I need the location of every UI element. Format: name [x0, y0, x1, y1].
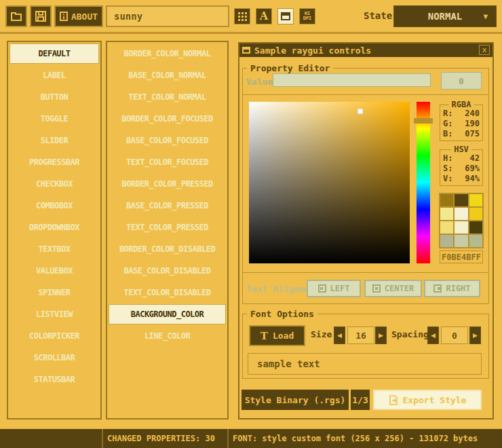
- spacing-decrease-button[interactable]: ◀: [427, 326, 439, 344]
- align-center-icon: [372, 284, 381, 293]
- style-name-input[interactable]: [106, 5, 229, 27]
- style-table-button[interactable]: [234, 8, 250, 24]
- property-item-base_color_disabled[interactable]: BASE_COLOR_DISABLED: [109, 261, 226, 281]
- control-item-combobox[interactable]: COMBOBOX: [9, 195, 99, 216]
- palette-swatch[interactable]: [469, 221, 482, 234]
- property-item-text_color_disabled[interactable]: TEXT_COLOR_DISABLED: [109, 282, 226, 303]
- property-item-base_color_pressed[interactable]: BASE_COLOR_PRESSED: [109, 195, 226, 216]
- hsv-group: HSV H:42S:69%V:94%: [440, 149, 483, 186]
- edit-window-toggle-button[interactable]: [277, 8, 294, 24]
- align-right-toggle[interactable]: RIGHT: [424, 280, 480, 297]
- close-icon[interactable]: x: [479, 45, 490, 55]
- property-item-text_color_normal[interactable]: TEXT_COLOR_NORMAL: [109, 87, 226, 107]
- palette-swatch[interactable]: [440, 194, 453, 206]
- control-item-scrollbar[interactable]: SCROLLBAR: [9, 348, 99, 368]
- hsv-group-label: HSV: [451, 145, 471, 154]
- color-picker-panel[interactable]: [249, 102, 410, 263]
- control-item-slider[interactable]: SLIDER: [9, 130, 99, 151]
- state-dropdown[interactable]: NORMAL ▼: [393, 5, 497, 27]
- control-item-colorpicker[interactable]: COLORPICKER: [9, 326, 99, 346]
- color-value-row: V:94%: [443, 174, 480, 184]
- size-value-box[interactable]: 16: [347, 326, 374, 344]
- control-item-toggle[interactable]: TOGGLE: [9, 109, 99, 129]
- state-value: NORMAL: [428, 11, 463, 22]
- control-item-progressbar[interactable]: PROGRESSBAR: [9, 152, 99, 172]
- palette-swatch[interactable]: [455, 221, 467, 234]
- sample-controls-window: Sample raygui controls x Property Editor…: [238, 42, 494, 419]
- controls-list: DEFAULTLABELBUTTONTOGGLESLIDERPROGRESSBA…: [7, 41, 102, 419]
- size-decrease-button[interactable]: ◀: [334, 326, 345, 344]
- control-item-spinner[interactable]: SPINNER: [9, 282, 99, 303]
- font-t-icon: T: [260, 330, 268, 342]
- open-style-button[interactable]: [5, 5, 27, 27]
- hex-value-box[interactable]: F0BE4BFF: [440, 250, 483, 263]
- changed-properties-status: CHANGED PROPERTIES: 30: [107, 429, 215, 448]
- palette-swatch[interactable]: [469, 194, 482, 206]
- palette-swatch[interactable]: [455, 194, 467, 206]
- control-item-statusbar[interactable]: STATUSBAR: [9, 369, 99, 390]
- save-style-button[interactable]: [30, 5, 52, 27]
- format-pager[interactable]: 1/3: [351, 390, 370, 410]
- align-right-icon: [433, 284, 442, 293]
- value-box[interactable]: 0: [441, 72, 482, 90]
- chevron-down-icon: ▼: [483, 12, 488, 21]
- property-item-border_color_pressed[interactable]: BORDER_COLOR_PRESSED: [109, 174, 226, 194]
- value-slider[interactable]: [273, 73, 431, 87]
- state-label: State:: [364, 10, 398, 21]
- palette-swatch[interactable]: [440, 221, 453, 234]
- control-item-valuebox[interactable]: VALUEBOX: [9, 261, 99, 281]
- save-icon: [35, 11, 46, 22]
- size-increase-button[interactable]: ▶: [375, 326, 387, 344]
- font-atlas-button[interactable]: A: [256, 8, 272, 24]
- color-picker-cursor[interactable]: [358, 109, 363, 114]
- palette-swatch[interactable]: [469, 208, 482, 220]
- font-options-group-label: Font Options: [247, 309, 317, 319]
- palette-swatch[interactable]: [440, 235, 453, 247]
- font-load-button[interactable]: T Load: [249, 325, 305, 346]
- statusbar-divider: [102, 429, 103, 448]
- property-item-base_color_focused[interactable]: BASE_COLOR_FOCUSED: [109, 130, 226, 151]
- control-item-dropdownbox[interactable]: DROPDOWNBOX: [9, 217, 99, 238]
- property-item-border_color_disabled[interactable]: BORDER_COLOR_DISABLED: [109, 239, 226, 259]
- property-item-line_color[interactable]: LINE_COLOR: [109, 326, 226, 346]
- control-item-default[interactable]: DEFAULT: [9, 43, 99, 64]
- window-icon-small: [242, 47, 250, 54]
- sample-text-box[interactable]: sample text: [248, 353, 482, 375]
- align-left-toggle[interactable]: LEFT: [307, 280, 361, 297]
- property-item-border_color_normal[interactable]: BORDER_COLOR_NORMAL: [109, 43, 226, 64]
- control-item-checkbox[interactable]: CHECKBOX: [9, 174, 99, 194]
- rgba-group-label: RGBA: [449, 100, 474, 109]
- property-item-base_color_normal[interactable]: BASE_COLOR_NORMAL: [109, 65, 226, 86]
- control-item-listview[interactable]: LISTVIEW: [9, 304, 99, 324]
- property-item-text_color_pressed[interactable]: TEXT_COLOR_PRESSED: [109, 217, 226, 238]
- palette-swatch[interactable]: [440, 208, 453, 220]
- color-value-row: B:075: [443, 129, 480, 139]
- hue-bar-handle[interactable]: [414, 118, 433, 124]
- hue-bar[interactable]: [417, 102, 430, 263]
- control-item-button[interactable]: BUTTON: [9, 87, 99, 107]
- grid-icon: [238, 12, 247, 21]
- property-item-background_color[interactable]: BACKGROUND_COLOR: [109, 304, 226, 324]
- statusbar-divider: [227, 429, 229, 448]
- status-bar: CHANGED PROPERTIES: 30 FONT: style custo…: [0, 429, 502, 448]
- control-item-textbox[interactable]: TEXTBOX: [9, 239, 99, 259]
- control-item-label[interactable]: LABEL: [9, 65, 99, 86]
- spacing-increase-button[interactable]: ▶: [469, 326, 481, 344]
- toolbar-divider: [0, 32, 502, 34]
- export-style-button[interactable]: Export Style: [373, 390, 482, 410]
- window-titlebar[interactable]: Sample raygui controls x: [239, 43, 493, 57]
- about-button[interactable]: ABOUT: [54, 5, 103, 27]
- arrow-left-icon: ◀: [337, 332, 342, 339]
- property-item-text_color_focused[interactable]: TEXT_COLOR_FOCUSED: [109, 152, 226, 172]
- palette-swatch[interactable]: [469, 235, 482, 247]
- export-format-button[interactable]: Style Binary (.rgs): [242, 390, 349, 410]
- spacing-value-box[interactable]: 0: [441, 326, 468, 344]
- arrow-left-icon: ◀: [431, 332, 436, 339]
- property-item-border_color_focused[interactable]: BORDER_COLOR_FOCUSED: [109, 109, 226, 129]
- align-center-toggle[interactable]: CENTER: [364, 280, 422, 297]
- hidpi-button[interactable]: HI DPI: [299, 8, 315, 24]
- palette-swatch[interactable]: [455, 235, 467, 247]
- about-label: ABOUT: [71, 12, 98, 22]
- palette-swatch[interactable]: [455, 208, 467, 220]
- font-a-icon: A: [260, 11, 268, 22]
